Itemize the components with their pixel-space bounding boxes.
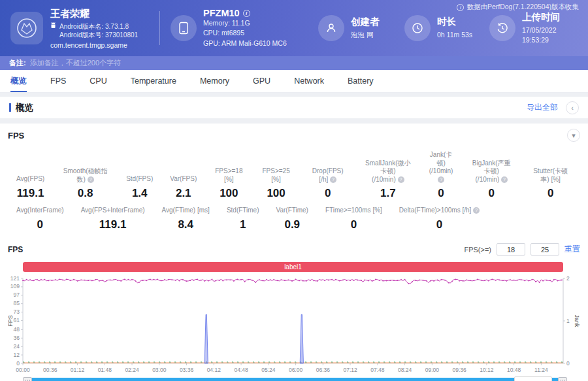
history-icon bbox=[489, 15, 515, 41]
stat-value: 0 bbox=[16, 218, 64, 231]
tab-概览[interactable]: 概览 bbox=[10, 70, 27, 92]
stat-value: 8.4 bbox=[162, 218, 210, 231]
user-icon bbox=[318, 15, 344, 41]
svg-text:10:12: 10:12 bbox=[480, 367, 494, 373]
info-icon[interactable]: ? bbox=[473, 207, 480, 214]
app-version-code: Android版本号: 373010801 bbox=[59, 31, 138, 39]
stat-value: 100 bbox=[261, 187, 291, 200]
stat-label: BigJank(严重卡顿)(/10min) ? bbox=[470, 159, 512, 184]
stat-label: Var(FPS) bbox=[170, 175, 197, 184]
stat-value: 119.1 bbox=[81, 218, 145, 231]
stat-avg-fps-interframe: Avg(FPS+InterFrame)119.1 bbox=[73, 207, 154, 231]
stat-avg-ftime-ms: Avg(FTime) [ms]8.4 bbox=[154, 207, 218, 231]
svg-text:FPS: FPS bbox=[8, 315, 14, 327]
stat-label: Std(FTime) bbox=[227, 207, 259, 215]
info-icon[interactable]: ? bbox=[438, 176, 444, 183]
app-package: com.tencent.tmgp.sgame bbox=[50, 41, 138, 49]
svg-text:08:24: 08:24 bbox=[398, 367, 412, 373]
svg-text:48: 48 bbox=[14, 326, 20, 333]
stat-label: Var(FTime) bbox=[276, 207, 308, 215]
stat-drop-fps-h: Drop(FPS) [/h] ?0 bbox=[300, 167, 356, 200]
svg-text:01:48: 01:48 bbox=[98, 367, 112, 373]
svg-text:36: 36 bbox=[14, 335, 20, 341]
svg-text:05:24: 05:24 bbox=[261, 367, 276, 373]
info-icon[interactable]: ? bbox=[501, 176, 508, 183]
creator-label: 创建者 bbox=[351, 16, 380, 28]
info-icon[interactable]: ? bbox=[398, 176, 404, 183]
device-memory: Memory: 11.1G bbox=[203, 18, 287, 28]
collapse-left-icon[interactable]: ‹ bbox=[566, 101, 579, 114]
tab-network[interactable]: Network bbox=[294, 70, 324, 92]
stat-value: 1.4 bbox=[126, 187, 153, 200]
tab-battery[interactable]: Battery bbox=[348, 70, 374, 92]
info-icon[interactable]: ? bbox=[88, 176, 94, 183]
stat-smalljank: SmallJank(微小卡顿)(/10min) ?1.7 bbox=[356, 159, 420, 201]
overview-section-header: 概览 导出全部 ‹ bbox=[0, 97, 588, 118]
collected-by-note: i 数据由PerfDog(7.1.220504)版本收集 bbox=[457, 3, 579, 12]
fps-threshold-input-1[interactable] bbox=[497, 243, 525, 256]
fps-card-title: FPS bbox=[8, 131, 24, 141]
report-header: i 数据由PerfDog(7.1.220504)版本收集 王者荣耀 bbox=[0, 0, 588, 56]
stat-stutter: Stutter(卡顿率) [%]0 bbox=[521, 167, 580, 200]
collapse-down-icon[interactable]: ▾ bbox=[567, 129, 580, 142]
stat-value: 0 bbox=[325, 218, 382, 231]
phone-icon bbox=[171, 15, 197, 41]
svg-text:12: 12 bbox=[14, 352, 20, 358]
svg-text:1: 1 bbox=[566, 318, 570, 324]
stat-label: Avg(InterFrame) bbox=[16, 207, 64, 215]
region-label-text: label1 bbox=[284, 263, 302, 271]
svg-text:0: 0 bbox=[16, 360, 20, 367]
stat-value: 0 bbox=[399, 218, 480, 231]
fps-threshold-input-2[interactable] bbox=[531, 243, 559, 256]
scrollbar-left-handle[interactable] bbox=[23, 377, 32, 381]
duration-block: 时长 0h 11m 53s bbox=[404, 15, 489, 41]
tab-bar: 概览FPSCPUTemperatureMemoryGPUNetworkBatte… bbox=[0, 70, 588, 93]
duration-value: 0h 11m 53s bbox=[437, 30, 472, 40]
fps-card: FPS ▾ Avg(FPS)119.1Smooth(稳帧指数) ?0.8Std(… bbox=[0, 124, 588, 381]
tab-temperature[interactable]: Temperature bbox=[131, 70, 176, 92]
reset-link[interactable]: 重置 bbox=[564, 244, 580, 255]
fps-threshold-label: FPS(>=) bbox=[464, 246, 491, 254]
overview-title: 概览 bbox=[16, 102, 33, 114]
partial-bottom-box[interactable] bbox=[514, 376, 552, 381]
svg-text:73: 73 bbox=[14, 308, 20, 315]
svg-text:2: 2 bbox=[566, 275, 570, 282]
stat-label: Jank(卡顿)(/10min) ? bbox=[429, 151, 453, 184]
device-info-icon[interactable]: i bbox=[243, 10, 250, 17]
svg-text:11:24: 11:24 bbox=[534, 367, 548, 373]
stat-var-fps: Var(FPS)2.1 bbox=[161, 175, 205, 200]
stat-fps-18: FPS>=18 [%]100 bbox=[205, 167, 252, 200]
notes-bar[interactable]: 备注: 添加备注，不超过200个字符 bbox=[0, 56, 588, 70]
svg-text:02:24: 02:24 bbox=[125, 367, 139, 373]
fps-stats-row-1: Avg(FPS)119.1Smooth(稳帧指数) ?0.8Std(FPS)1.… bbox=[8, 151, 580, 200]
svg-text:04:48: 04:48 bbox=[234, 367, 248, 373]
stat-value: 2.1 bbox=[170, 187, 197, 200]
tab-memory[interactable]: Memory bbox=[200, 70, 229, 92]
stat-value: 0 bbox=[470, 187, 512, 200]
fps-stats-row-2: Avg(InterFrame)0Avg(FPS+InterFrame)119.1… bbox=[8, 207, 580, 231]
stat-value: 100 bbox=[214, 187, 244, 200]
svg-text:0: 0 bbox=[566, 360, 570, 367]
device-block: PFZM10 i Memory: 11.1G CPU: mt6895 GPU: … bbox=[171, 8, 318, 48]
info-icon[interactable]: ? bbox=[330, 176, 336, 183]
stat-bigjank: BigJank(严重卡顿)(/10min) ?0 bbox=[462, 159, 521, 201]
chart-scrollbar[interactable] bbox=[23, 378, 567, 381]
app-title: 王者荣耀 bbox=[50, 8, 138, 20]
duration-label: 时长 bbox=[437, 16, 472, 28]
svg-text:06:00: 06:00 bbox=[289, 367, 303, 373]
tab-gpu[interactable]: GPU bbox=[253, 70, 270, 92]
stat-jank: Jank(卡顿)(/10min) ?0 bbox=[420, 151, 462, 200]
fps-chart[interactable]: 01224364861738597109121012FPSJank00:0000… bbox=[8, 274, 580, 374]
stat-value: 1 bbox=[227, 218, 259, 231]
stat-label: SmallJank(微小卡顿)(/10min) ? bbox=[365, 159, 412, 184]
stat-label: Avg(FPS) bbox=[16, 175, 44, 184]
info-icon: i bbox=[457, 4, 464, 11]
export-all-link[interactable]: 导出全部 bbox=[527, 102, 558, 113]
scrollbar-right-handle[interactable] bbox=[558, 377, 567, 381]
app-version-name: Android版本名: 3.73.1.8 bbox=[59, 22, 138, 31]
stat-label: Smooth(稳帧指数) ? bbox=[61, 167, 109, 184]
stat-delta-ftime-100ms-h: Delta(FTime)>100ms [/h] ?0 bbox=[391, 207, 488, 231]
tab-cpu[interactable]: CPU bbox=[90, 70, 106, 92]
tab-fps[interactable]: FPS bbox=[50, 70, 66, 92]
chart-region-label[interactable]: label1 bbox=[23, 262, 563, 272]
